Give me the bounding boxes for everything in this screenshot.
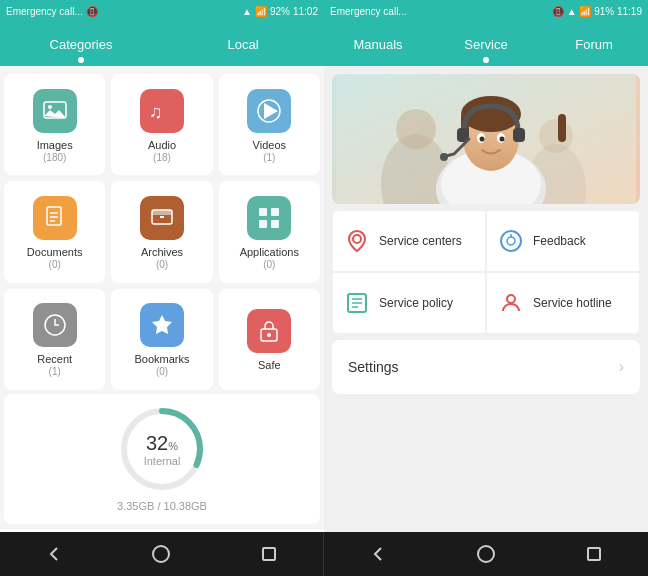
svg-rect-5 (47, 207, 61, 225)
videos-count: (1) (263, 152, 275, 163)
svg-rect-33 (558, 114, 566, 142)
documents-label: Documents (27, 246, 83, 259)
applications-label: Applications (240, 246, 299, 259)
svg-point-19 (267, 333, 271, 337)
bookmarks-icon (140, 303, 184, 347)
right-back-icon[interactable] (360, 536, 396, 572)
grid-item-images[interactable]: Images (180) (4, 74, 105, 175)
file-grid: Images (180) ♫ Audio (18) Videos (1) Doc… (0, 66, 324, 394)
right-nav-bar (324, 532, 648, 576)
svg-point-43 (507, 237, 515, 245)
svg-marker-3 (264, 103, 278, 119)
left-wifi-icon: 📶 (255, 6, 267, 17)
audio-label: Audio (148, 139, 176, 152)
storage-percent: 32 (146, 432, 168, 454)
tab-manuals[interactable]: Manuals (324, 22, 432, 66)
left-status-left: Emergency call... 📵 (6, 6, 98, 17)
tab-local[interactable]: Local (162, 22, 324, 66)
svg-text:♫: ♫ (149, 102, 163, 122)
svg-point-24 (396, 109, 436, 149)
settings-card[interactable]: Settings › (332, 340, 640, 394)
tab-forum[interactable]: Forum (540, 22, 648, 66)
left-time: 11:02 (293, 6, 318, 17)
svg-rect-15 (271, 220, 279, 228)
grid-item-videos[interactable]: Videos (1) (219, 74, 320, 175)
feedback-item[interactable]: Feedback (486, 210, 640, 272)
dual-nav-bar (0, 532, 648, 576)
images-count: (180) (43, 152, 66, 163)
service-policy-label: Service policy (379, 296, 453, 310)
left-panel: Emergency call... 📵 ▲ 📶 92% 11:02 Catego… (0, 0, 324, 576)
archives-icon (140, 196, 184, 240)
documents-icon (33, 196, 77, 240)
left-status-right: ▲ 📶 92% 11:02 (242, 6, 318, 17)
service-hotline-item[interactable]: Service hotline (486, 272, 640, 334)
grid-item-documents[interactable]: Documents (0) (4, 181, 105, 282)
grid-item-bookmarks[interactable]: Bookmarks (0) (111, 289, 212, 390)
svg-point-1 (48, 105, 52, 109)
left-signal-icon: ▲ (242, 6, 252, 17)
svg-rect-13 (271, 208, 279, 216)
right-panel: Emergency call... 📵 ▲ 📶 91% 11:19 Manual… (324, 0, 648, 576)
bookmarks-label: Bookmarks (134, 353, 189, 366)
service-hotline-icon (497, 289, 525, 317)
right-home-icon[interactable] (468, 536, 504, 572)
audio-icon: ♫ (140, 89, 184, 133)
svg-marker-17 (152, 315, 172, 334)
svg-point-36 (480, 137, 485, 142)
left-tab-bar: Categories Local (0, 22, 324, 66)
left-back-icon[interactable] (36, 536, 72, 572)
grid-item-audio[interactable]: ♫ Audio (18) (111, 74, 212, 175)
service-centers-label: Service centers (379, 234, 462, 248)
tab-categories[interactable]: Categories (0, 22, 162, 66)
svg-point-37 (500, 137, 505, 142)
svg-point-52 (478, 546, 494, 562)
left-recent-icon[interactable] (251, 536, 287, 572)
storage-label: Internal (144, 455, 181, 467)
grid-item-safe[interactable]: Safe (219, 289, 320, 390)
safe-icon (247, 309, 291, 353)
applications-icon (247, 196, 291, 240)
svg-point-50 (153, 546, 169, 562)
service-policy-item[interactable]: Service policy (332, 272, 486, 334)
right-status-icons: 📵 ▲ 📶 91% 11:19 (552, 6, 642, 17)
svg-rect-14 (259, 220, 267, 228)
storage-percent-sign: % (168, 440, 178, 452)
service-centers-item[interactable]: Service centers (332, 210, 486, 272)
left-status-icon: 📵 (86, 6, 98, 17)
svg-point-40 (440, 153, 448, 161)
applications-count: (0) (263, 259, 275, 270)
svg-rect-39 (513, 128, 525, 142)
service-image-inner (332, 74, 640, 204)
recent-label: Recent (37, 353, 72, 366)
grid-item-recent[interactable]: Recent (1) (4, 289, 105, 390)
bookmarks-count: (0) (156, 366, 168, 377)
right-emergency-text: Emergency call... (330, 6, 407, 17)
service-centers-icon (343, 227, 371, 255)
storage-area: 32% Internal 3.35GB / 10.38GB (4, 394, 320, 524)
feedback-label: Feedback (533, 234, 586, 248)
service-image (332, 74, 640, 204)
feedback-icon (497, 227, 525, 255)
settings-label: Settings (348, 359, 399, 375)
safe-label: Safe (258, 359, 281, 372)
service-policy-icon (343, 289, 371, 317)
tab-service[interactable]: Service (432, 22, 540, 66)
videos-icon (247, 89, 291, 133)
service-items-card: Service centers Feedback Service policy … (332, 210, 640, 334)
right-recent-icon[interactable] (576, 536, 612, 572)
svg-rect-12 (259, 208, 267, 216)
images-icon (33, 89, 77, 133)
archives-count: (0) (156, 259, 168, 270)
storage-circle: 32% Internal (117, 404, 207, 494)
svg-point-41 (353, 235, 361, 243)
audio-count: (18) (153, 152, 171, 163)
grid-item-archives[interactable]: Archives (0) (111, 181, 212, 282)
grid-item-applications[interactable]: Applications (0) (219, 181, 320, 282)
service-hotline-label: Service hotline (533, 296, 612, 310)
left-battery-text: 92% (270, 6, 290, 17)
svg-rect-10 (152, 210, 172, 215)
left-home-icon[interactable] (143, 536, 179, 572)
left-status-bar: Emergency call... 📵 ▲ 📶 92% 11:02 (0, 0, 324, 22)
svg-rect-53 (588, 548, 600, 560)
